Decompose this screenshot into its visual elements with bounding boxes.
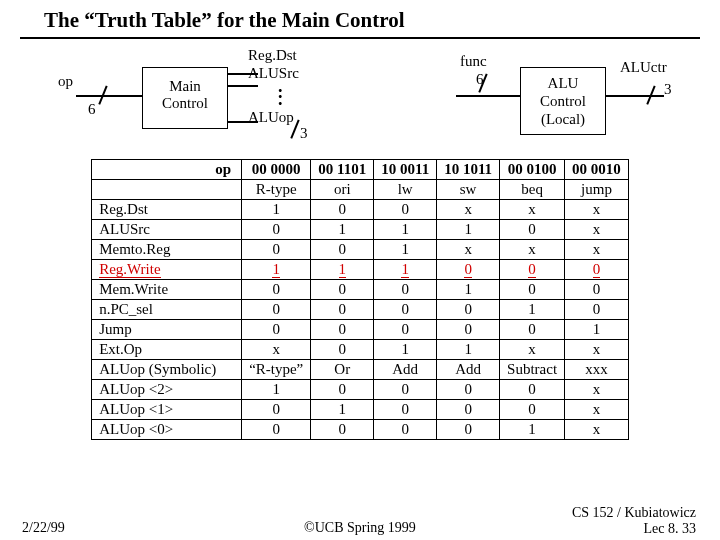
truth-cell: 1 <box>242 200 311 220</box>
alu-control-box: ALU Control (Local) <box>520 67 606 135</box>
truth-cell: 1 <box>500 420 565 440</box>
truth-cell: Subtract <box>500 360 565 380</box>
header-opcode: 10 0011 <box>374 160 437 180</box>
row-label: ALUop (Symbolic) <box>92 360 242 380</box>
truth-cell: 0 <box>374 400 437 420</box>
truth-cell: 1 <box>565 320 629 340</box>
truth-cell: x <box>565 380 629 400</box>
row-label: ALUop <0> <box>92 420 242 440</box>
truth-cell: 0 <box>374 200 437 220</box>
truth-cell: x <box>565 400 629 420</box>
truth-cell: x <box>437 200 500 220</box>
truth-cell: 1 <box>437 220 500 240</box>
footer-source: CS 152 / Kubiatowicz Lec 8. 33 <box>572 505 696 536</box>
row-label: ALUop <2> <box>92 380 242 400</box>
func-label: func <box>460 53 487 70</box>
truth-cell: 0 <box>565 280 629 300</box>
truth-cell: 0 <box>374 320 437 340</box>
truth-cell: 0 <box>437 420 500 440</box>
truth-cell: 0 <box>311 200 374 220</box>
row-label: n.PC_sel <box>92 300 242 320</box>
truth-cell: 0 <box>374 300 437 320</box>
footer-source-line2: Lec 8. 33 <box>644 521 696 536</box>
row-label: Mem.Write <box>92 280 242 300</box>
truth-cell: 0 <box>374 420 437 440</box>
truth-cell: 1 <box>437 280 500 300</box>
type-cell: sw <box>437 180 500 200</box>
truth-cell: 0 <box>311 340 374 360</box>
aluop-width: 3 <box>300 125 308 142</box>
truth-table: op00 000000 110110 001110 101100 010000 … <box>91 159 629 440</box>
truth-cell: x <box>242 340 311 360</box>
title-rule <box>20 37 700 39</box>
truth-cell: 0 <box>437 380 500 400</box>
truth-cell: 0 <box>437 320 500 340</box>
truth-cell: x <box>565 220 629 240</box>
truth-cell: Add <box>374 360 437 380</box>
op-slash <box>98 87 110 103</box>
alu-box-line2: Control <box>521 92 605 110</box>
truth-cell: 0 <box>242 220 311 240</box>
truth-cell: x <box>565 340 629 360</box>
truth-cell: 0 <box>242 280 311 300</box>
func-wire <box>456 95 520 97</box>
regdst-label: Reg.Dst <box>248 47 297 64</box>
header-opcode: 00 0100 <box>500 160 565 180</box>
truth-cell: 0 <box>242 420 311 440</box>
alu-box-line3: (Local) <box>521 110 605 128</box>
truth-cell: 0 <box>437 300 500 320</box>
truth-cell: 0 <box>437 260 500 280</box>
truth-cell: 0 <box>242 240 311 260</box>
row-label: Jump <box>92 320 242 340</box>
truth-cell: “R-type” <box>242 360 311 380</box>
truth-cell: 0 <box>374 380 437 400</box>
main-control-box: Main Control <box>142 67 228 129</box>
truth-cell: x <box>437 240 500 260</box>
truth-cell: 0 <box>311 380 374 400</box>
truth-cell: 0 <box>242 320 311 340</box>
truth-cell: Or <box>311 360 374 380</box>
type-row-label <box>92 180 242 200</box>
alu-box-line1: ALU <box>521 74 605 92</box>
truth-cell: xxx <box>565 360 629 380</box>
page-title: The “Truth Table” for the Main Control <box>0 0 720 37</box>
truth-cell: 0 <box>565 300 629 320</box>
truth-cell: 1 <box>374 220 437 240</box>
truth-cell: 1 <box>374 340 437 360</box>
truth-cell: 0 <box>242 300 311 320</box>
type-cell: R-type <box>242 180 311 200</box>
truth-cell: 1 <box>242 260 311 280</box>
header-opcode: 00 1101 <box>311 160 374 180</box>
truth-cell: 0 <box>500 320 565 340</box>
header-op: op <box>92 160 242 180</box>
truth-cell: x <box>500 200 565 220</box>
row-label: Ext.Op <box>92 340 242 360</box>
truth-cell: x <box>500 240 565 260</box>
truth-cell: 0 <box>374 280 437 300</box>
truth-cell: 1 <box>311 220 374 240</box>
truth-cell: 0 <box>437 400 500 420</box>
op-width: 6 <box>88 101 96 118</box>
aluop-label: ALUop <box>248 109 294 126</box>
truth-cell: 1 <box>500 300 565 320</box>
func-width: 6 <box>476 71 484 88</box>
aluctr-slash <box>646 87 658 103</box>
main-box-line2: Control <box>143 95 227 112</box>
truth-cell: 0 <box>242 400 311 420</box>
truth-cell: 0 <box>311 280 374 300</box>
op-label: op <box>58 73 73 90</box>
truth-cell: 1 <box>311 260 374 280</box>
truth-cell: 0 <box>500 380 565 400</box>
footer-source-line1: CS 152 / Kubiatowicz <box>572 505 696 520</box>
row-label: ALUSrc <box>92 220 242 240</box>
truth-cell: 0 <box>500 260 565 280</box>
truth-cell: 0 <box>311 320 374 340</box>
truth-cell: x <box>565 420 629 440</box>
row-label: Reg.Dst <box>92 200 242 220</box>
type-cell: lw <box>374 180 437 200</box>
truth-cell: x <box>565 240 629 260</box>
header-opcode: 00 0010 <box>565 160 629 180</box>
type-cell: ori <box>311 180 374 200</box>
truth-cell: 0 <box>311 420 374 440</box>
truth-cell: 0 <box>311 300 374 320</box>
